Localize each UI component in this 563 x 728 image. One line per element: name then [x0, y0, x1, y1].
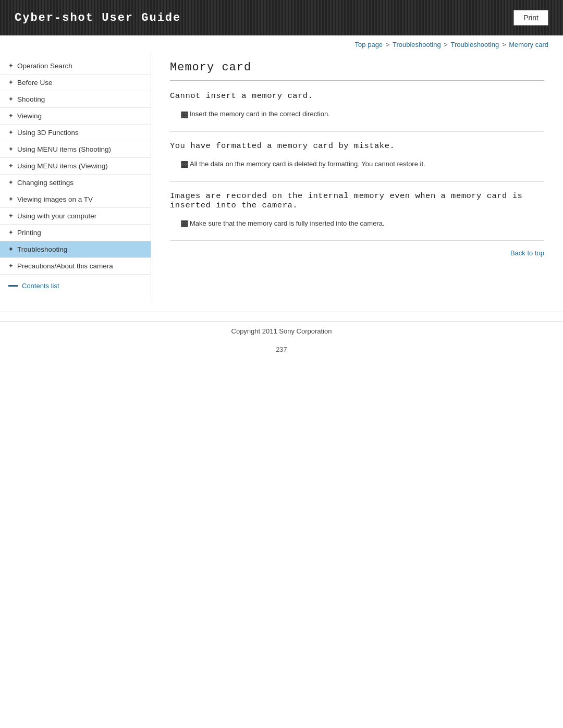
- section-bullet-2-0: ▩Make sure that the memory card is fully…: [170, 215, 544, 232]
- sidebar-item-label-1: Before Use: [17, 79, 53, 87]
- section-divider-1: [170, 181, 544, 182]
- sidebar-item-1[interactable]: ✦Before Use: [0, 75, 151, 91]
- section-heading-0: Cannot insert a memory card.: [170, 91, 544, 101]
- page-number: 237: [0, 340, 563, 364]
- flag-icon-1-0: ▩: [180, 160, 188, 168]
- sidebar-item-11[interactable]: ✦Troubleshooting: [0, 241, 151, 258]
- breadcrumb: Top page > Troubleshooting > Troubleshoo…: [0, 35, 563, 52]
- sidebar-item-6[interactable]: ✦Using MENU items (Viewing): [0, 158, 151, 175]
- sidebar-item-label-10: Printing: [17, 229, 41, 237]
- sidebar-item-2[interactable]: ✦Shooting: [0, 91, 151, 108]
- header: Cyber-shot User Guide Print: [0, 0, 563, 35]
- title-divider: [170, 80, 544, 81]
- section-bullet-1-0: ▩All the data on the memory card is dele…: [170, 156, 544, 173]
- sidebar-bullet-8: ✦: [8, 196, 13, 203]
- sidebar-item-7[interactable]: ✦Changing settings: [0, 175, 151, 191]
- sidebar-item-label-9: Using with your computer: [17, 212, 96, 220]
- breadcrumb-troubleshooting2[interactable]: Troubleshooting: [451, 41, 499, 48]
- sidebar-bullet-0: ✦: [8, 63, 13, 69]
- sidebar-item-4[interactable]: ✦Using 3D Functions: [0, 125, 151, 141]
- sidebar-bullet-3: ✦: [8, 113, 13, 119]
- sidebar-bullet-5: ✦: [8, 146, 13, 153]
- sidebar-bullet-6: ✦: [8, 163, 13, 169]
- copyright: Copyright 2011 Sony Corporation: [231, 327, 332, 335]
- back-to-top-link[interactable]: Back to top: [510, 249, 544, 257]
- footer: Copyright 2011 Sony Corporation: [0, 312, 563, 340]
- breadcrumb-memory-card[interactable]: Memory card: [509, 41, 548, 48]
- sidebar-item-label-6: Using MENU items (Viewing): [17, 162, 108, 170]
- section-heading-1: You have formatted a memory card by mist…: [170, 141, 544, 151]
- sidebar-bullet-11: ✦: [8, 246, 13, 253]
- sidebar-bullet-10: ✦: [8, 229, 13, 236]
- breadcrumb-sep-3: >: [502, 41, 508, 48]
- section-bullet-0-0: ▩Insert the memory card in the correct d…: [170, 106, 544, 123]
- contents-list-label: Contents list: [22, 282, 59, 290]
- sidebar-item-label-5: Using MENU items (Shooting): [17, 145, 111, 153]
- sidebar: ✦Operation Search✦Before Use✦Shooting✦Vi…: [0, 52, 151, 301]
- sidebar-bullet-4: ✦: [8, 129, 13, 136]
- app-title: Cyber-shot User Guide: [0, 11, 181, 24]
- sidebar-item-8[interactable]: ✦Viewing images on a TV: [0, 191, 151, 208]
- sidebar-item-label-12: Precautions/About this camera: [17, 262, 113, 270]
- sidebar-bullet-2: ✦: [8, 96, 13, 103]
- sidebar-item-9[interactable]: ✦Using with your computer: [0, 208, 151, 225]
- sidebar-item-5[interactable]: ✦Using MENU items (Shooting): [0, 141, 151, 158]
- breadcrumb-sep-2: >: [444, 41, 449, 48]
- breadcrumb-troubleshooting1[interactable]: Troubleshooting: [393, 41, 441, 48]
- flag-icon-0-0: ▩: [180, 110, 188, 119]
- sidebar-item-label-11: Troubleshooting: [17, 245, 67, 253]
- main-layout: ✦Operation Search✦Before Use✦Shooting✦Vi…: [0, 52, 563, 301]
- section-divider-0: [170, 131, 544, 132]
- section-divider-2: [170, 240, 544, 241]
- breadcrumb-sep-1: >: [386, 41, 391, 48]
- sidebar-item-3[interactable]: ✦Viewing: [0, 108, 151, 125]
- sidebar-item-label-7: Changing settings: [17, 179, 74, 187]
- breadcrumb-top-page[interactable]: Top page: [355, 41, 383, 48]
- sidebar-bullet-12: ✦: [8, 263, 13, 269]
- print-button[interactable]: Print: [513, 10, 548, 26]
- sidebar-item-0[interactable]: ✦Operation Search: [0, 58, 151, 75]
- sidebar-item-label-0: Operation Search: [17, 62, 72, 70]
- sidebar-item-10[interactable]: ✦Printing: [0, 225, 151, 241]
- flag-icon-2-0: ▩: [180, 219, 188, 228]
- back-to-top: Back to top: [170, 249, 544, 257]
- sidebar-item-label-8: Viewing images on a TV: [17, 195, 93, 203]
- page-title: Memory card: [170, 61, 544, 74]
- contents-list-dash-icon: [8, 285, 18, 287]
- sidebar-item-label-3: Viewing: [17, 112, 42, 120]
- sidebar-item-label-2: Shooting: [17, 95, 45, 103]
- section-heading-2: Images are recorded on the internal memo…: [170, 191, 544, 210]
- contents-list-link[interactable]: Contents list: [0, 277, 151, 295]
- sidebar-item-12[interactable]: ✦Precautions/About this camera: [0, 258, 151, 275]
- sidebar-bullet-9: ✦: [8, 213, 13, 219]
- sidebar-item-label-4: Using 3D Functions: [17, 129, 79, 137]
- main-content: Memory card Cannot insert a memory card.…: [151, 52, 563, 301]
- sidebar-bullet-7: ✦: [8, 179, 13, 186]
- sidebar-bullet-1: ✦: [8, 79, 13, 86]
